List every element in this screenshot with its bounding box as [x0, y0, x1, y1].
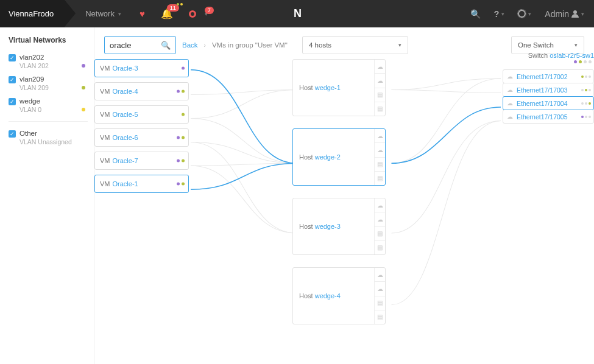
- host-column: Host wedge-1 ☁ ☁ ▤ ▤ Host wedge-2 ☁ ☁ ▤ …: [292, 59, 386, 337]
- vm-card[interactable]: VM Oracle-3: [94, 59, 189, 77]
- cloud-icon: ☁: [507, 100, 513, 107]
- slot-icon[interactable]: ☁: [374, 212, 385, 226]
- checkbox-icon[interactable]: [9, 54, 16, 61]
- search-box[interactable]: 🔍: [104, 36, 176, 54]
- slot-icon[interactable]: ▤: [374, 158, 385, 172]
- sidebar-item-vlan209[interactable]: vlan209 VLAN 209: [9, 72, 88, 94]
- vm-link[interactable]: Oracle-6: [113, 134, 138, 141]
- port-card[interactable]: ☁ Ethernet17/17003: [503, 83, 594, 97]
- vnet-name: vlan209: [19, 75, 88, 83]
- port-link[interactable]: Ethernet17/17005: [517, 113, 568, 121]
- ring-icon: [189, 10, 196, 18]
- search-input[interactable]: [110, 41, 157, 50]
- topbar: ViennaFrodo Network ▾ ♥ 🔔 11 7 ▾ N 🔍 ?▾ …: [0, 0, 594, 27]
- slot-icon[interactable]: ▤: [374, 102, 385, 116]
- slot-icon[interactable]: ☁: [374, 60, 385, 74]
- vm-link[interactable]: Oracle-5: [113, 111, 138, 118]
- vm-card[interactable]: VM Oracle-7: [94, 152, 189, 170]
- sidebar-item-vlan202[interactable]: vlan202 VLAN 202: [9, 51, 88, 72]
- logo-icon: N: [294, 7, 300, 19]
- user-icon: [571, 10, 579, 18]
- host-slots: ☁ ☁ ▤ ▤: [374, 198, 385, 254]
- health-icon[interactable]: ♥: [140, 9, 145, 19]
- slot-icon[interactable]: ☁: [374, 143, 385, 157]
- search-icon[interactable]: 🔍: [161, 41, 171, 50]
- host-card[interactable]: Host wedge-1 ☁ ☁ ▤ ▤: [292, 59, 386, 116]
- vm-card[interactable]: VM Oracle-5: [94, 105, 189, 124]
- host-link[interactable]: wedge-1: [315, 84, 341, 91]
- port-link[interactable]: Ethernet17/17004: [517, 100, 568, 107]
- port-card[interactable]: ☁ Ethernet17/17002: [503, 69, 594, 83]
- sidebar-divider: [9, 121, 88, 122]
- vnet-name: vlan202: [19, 54, 88, 61]
- vm-dots: [182, 67, 185, 70]
- port-dots: [581, 75, 591, 78]
- host-label: Host wedge-3: [299, 223, 341, 230]
- brand-tab[interactable]: ViennaFrodo: [0, 0, 65, 27]
- chevron-down-icon: ▾: [501, 11, 504, 17]
- slot-icon[interactable]: ☁: [374, 198, 385, 212]
- switch-link[interactable]: oslab-r2r5-sw1: [550, 52, 594, 59]
- vnet-dot: [82, 108, 85, 111]
- vm-link[interactable]: Oracle-1: [113, 180, 138, 187]
- vm-dots: [177, 90, 185, 93]
- vm-card[interactable]: VM Oracle-4: [94, 82, 189, 100]
- vm-dots: [177, 183, 185, 186]
- events-icon[interactable]: 7 ▾: [189, 10, 208, 18]
- sidebar-item-other[interactable]: Other VLAN Unassigned: [9, 127, 88, 149]
- checkbox-icon[interactable]: [9, 76, 16, 83]
- vm-link[interactable]: Oracle-4: [113, 88, 138, 95]
- vm-card[interactable]: VM Oracle-1: [94, 175, 189, 193]
- nav-network[interactable]: Network ▾: [85, 9, 121, 18]
- slot-icon[interactable]: ☁: [374, 129, 385, 143]
- slot-icon[interactable]: ▤: [374, 310, 385, 324]
- user-menu[interactable]: Admin▾: [545, 9, 584, 19]
- vm-card[interactable]: VM Oracle-6: [94, 128, 189, 147]
- port-card[interactable]: ☁ Ethernet17/17005: [503, 110, 594, 124]
- host-link[interactable]: wedge-3: [315, 223, 341, 230]
- slot-icon[interactable]: ☁: [374, 268, 385, 282]
- host-link[interactable]: wedge-4: [315, 292, 341, 299]
- slot-icon[interactable]: ☁: [374, 74, 385, 88]
- port-link[interactable]: Ethernet17/17003: [517, 86, 568, 94]
- sidebar-item-wedge[interactable]: wedge VLAN 0: [9, 94, 88, 116]
- settings-icon[interactable]: ▾: [518, 10, 531, 18]
- help-icon[interactable]: ?▾: [494, 9, 505, 19]
- slot-icon[interactable]: ▤: [374, 88, 385, 102]
- back-link[interactable]: Back: [182, 41, 198, 49]
- vm-prefix: VM: [100, 65, 110, 72]
- vm-prefix: VM: [100, 180, 110, 187]
- port-dots: [581, 116, 591, 118]
- host-card[interactable]: Host wedge-2 ☁ ☁ ▤ ▤: [292, 128, 386, 186]
- host-card[interactable]: Host wedge-4 ☁ ☁ ▤ ▤: [292, 267, 386, 324]
- checkbox-icon[interactable]: [9, 130, 16, 138]
- host-card[interactable]: Host wedge-3 ☁ ☁ ▤ ▤: [292, 198, 386, 255]
- vnet-sub: VLAN 0: [19, 106, 88, 113]
- cloud-icon: ☁: [507, 113, 513, 120]
- vm-column: VM Oracle-3 VM Oracle-4 VM Oracle-5 VM O…: [94, 59, 189, 198]
- slot-icon[interactable]: ▤: [374, 227, 385, 241]
- vm-link[interactable]: Oracle-7: [113, 157, 138, 164]
- main-canvas: 🔍 Back › VMs in group "User VM" 4 hosts …: [94, 27, 594, 364]
- port-link[interactable]: Ethernet17/17002: [517, 73, 568, 80]
- port-column: ☁ Ethernet17/17002 ☁ Ethernet17/17003 ☁ …: [503, 70, 594, 124]
- slot-icon[interactable]: ▤: [374, 241, 385, 254]
- checkbox-icon[interactable]: [9, 98, 16, 105]
- host-link[interactable]: wedge-2: [315, 153, 341, 161]
- alerts-bell[interactable]: 🔔 11: [161, 8, 173, 19]
- slot-icon[interactable]: ▤: [374, 172, 385, 185]
- chevron-down-icon: ▾: [581, 11, 584, 17]
- host-slots: ☁ ☁ ▤ ▤: [374, 60, 385, 116]
- chevron-down-icon: ▾: [528, 11, 531, 17]
- vnet-sub: VLAN 202: [19, 62, 88, 69]
- slot-icon[interactable]: ☁: [374, 282, 385, 296]
- cloud-icon: ☁: [507, 86, 513, 93]
- port-card[interactable]: ☁ Ethernet17/17004: [503, 96, 594, 110]
- vm-prefix: VM: [100, 88, 110, 95]
- vm-prefix: VM: [100, 134, 110, 141]
- search-icon[interactable]: 🔍: [470, 9, 481, 19]
- hosts-dropdown[interactable]: 4 hosts ▾: [302, 36, 408, 54]
- vnet-dot: [82, 64, 85, 68]
- slot-icon[interactable]: ▤: [374, 296, 385, 310]
- vm-link[interactable]: Oracle-3: [113, 65, 138, 72]
